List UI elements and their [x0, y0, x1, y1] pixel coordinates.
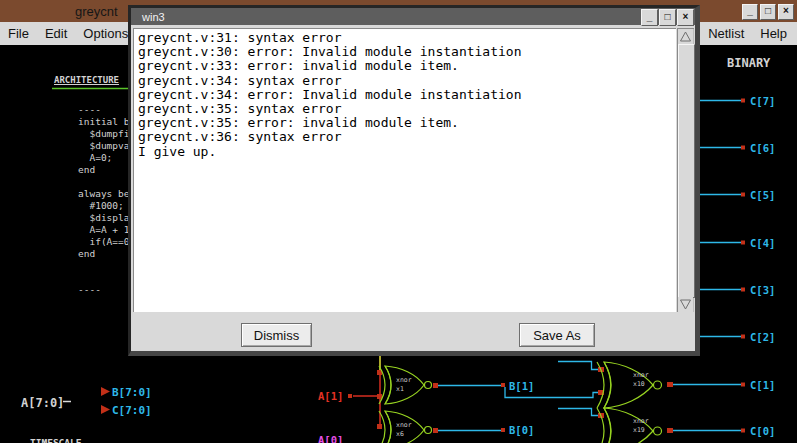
menu-help[interactable]: Help — [752, 26, 795, 41]
net-label-c5[interactable]: C[5] — [750, 189, 775, 201]
bus-label-b[interactable]: B[7:0] — [112, 386, 152, 399]
error-log[interactable]: greycnt.v:31: syntax error greycnt.v:30:… — [133, 28, 676, 312]
net-label-c1[interactable]: C[1] — [750, 379, 775, 391]
scrollbar-thumb[interactable] — [678, 44, 695, 298]
gate-type-label: xnor — [633, 371, 649, 379]
wire-end-dots — [741, 99, 745, 433]
dialog-close-icon[interactable]: × — [677, 9, 694, 26]
xnor-gate-x19[interactable]: xnor x19 — [597, 408, 662, 443]
net-label-c2[interactable]: C[2] — [750, 331, 775, 343]
net-label-c4[interactable]: C[4] — [750, 237, 775, 249]
close-icon[interactable]: × — [778, 4, 794, 20]
cyan-nets[interactable] — [438, 362, 741, 431]
scroll-down-icon[interactable] — [678, 297, 693, 312]
dialog-minimize-icon[interactable]: _ — [641, 9, 658, 26]
bus-label-c[interactable]: C[7:0] — [112, 404, 152, 417]
xnor-gate-x10[interactable]: xnor x10 — [597, 362, 662, 408]
net-flag-icon — [101, 387, 110, 396]
dialog-title: win3 — [142, 11, 165, 23]
error-dialog: win3 _ □ × greycnt.v:31: syntax error gr… — [128, 5, 700, 356]
net-label-b0[interactable]: B[0] — [509, 424, 534, 436]
gate-name-label: x10 — [633, 380, 645, 388]
gate-name-label: x6 — [396, 430, 404, 438]
net-label-c0[interactable]: C[0] — [750, 425, 775, 437]
net-label-a0[interactable]: A[0] — [318, 434, 343, 443]
gate-type-label: xnor — [396, 376, 412, 384]
menu-file[interactable]: File — [0, 26, 37, 41]
application-window: xnor x1 xnor x6 xnor x10 xnor — [0, 0, 797, 443]
dialog-maximize-icon[interactable]: □ — [659, 9, 676, 26]
gate-name-label: x19 — [633, 426, 645, 434]
save-as-button[interactable]: Save As — [519, 323, 595, 347]
gate-type-label: xnor — [396, 421, 412, 429]
net-label-c7[interactable]: C[7] — [750, 95, 775, 107]
net-label-c3[interactable]: C[3] — [750, 284, 775, 296]
dismiss-button[interactable]: Dismiss — [241, 323, 312, 347]
dialog-titlebar[interactable]: win3 _ □ × — [131, 8, 695, 25]
wire-x19-top-in — [558, 409, 598, 416]
wire-x10-top-in — [558, 362, 598, 370]
net-label-a1[interactable]: A[1] — [318, 390, 343, 402]
gate-type-label: xnor — [633, 417, 649, 425]
gate-name-label: x1 — [396, 385, 404, 393]
wire-end-dot — [348, 394, 352, 398]
minimize-icon[interactable]: _ — [742, 4, 758, 20]
menu-edit[interactable]: Edit — [37, 26, 75, 41]
error-log-scrollbar[interactable] — [677, 28, 694, 312]
binary-heading: BINARY — [727, 56, 770, 70]
xnor-gate-x6[interactable]: xnor x6 — [379, 411, 432, 443]
architecture-heading: ARCHITECTURE — [54, 75, 119, 85]
window-title: greycnt — [75, 4, 118, 19]
timescale-heading: TIMESCALE — [30, 437, 81, 443]
net-label-b1[interactable]: B[1] — [509, 380, 534, 392]
maximize-icon[interactable]: □ — [760, 4, 776, 20]
error-log-text: greycnt.v:31: syntax error greycnt.v:30:… — [133, 28, 676, 159]
verilog-code-text: ---- initial be $dumpfil $dumpvar A=0; e… — [78, 104, 135, 296]
scroll-up-icon[interactable] — [678, 29, 693, 44]
red-net[interactable] — [353, 372, 380, 426]
menu-netlist[interactable]: Netlist — [700, 26, 752, 41]
bus-label-a[interactable]: A[7:0] — [21, 396, 64, 410]
xnor-gate-x1[interactable]: xnor x1 — [379, 366, 432, 404]
net-flag-icon — [101, 405, 110, 414]
net-label-c6[interactable]: C[6] — [750, 142, 775, 154]
